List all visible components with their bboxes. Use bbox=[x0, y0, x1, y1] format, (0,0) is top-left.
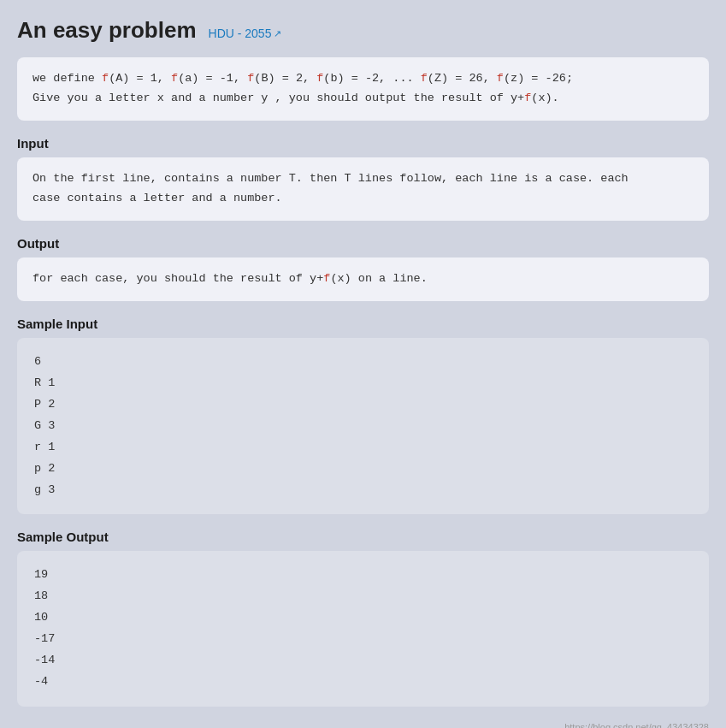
sample-input-line-2: P 2 bbox=[34, 394, 692, 416]
sample-input-line-4: r 1 bbox=[34, 437, 692, 459]
hdu-link-label: HDU - 2055 bbox=[209, 27, 272, 40]
sample-output-line-2: 10 bbox=[34, 607, 692, 629]
input-content: On the first line, contains a number T. … bbox=[17, 157, 709, 221]
sample-output-box: 19 18 10 -17 -14 -4 bbox=[17, 551, 709, 707]
input-text: On the first line, contains a number T. … bbox=[32, 169, 694, 209]
sample-input-line-1: R 1 bbox=[34, 373, 692, 394]
page-title: An easy problem bbox=[17, 17, 197, 44]
hdu-link[interactable]: HDU - 2055 ↗ bbox=[209, 27, 282, 40]
sample-output-line-4: -14 bbox=[34, 650, 692, 672]
page-container: An easy problem HDU - 2055 ↗ we define f… bbox=[17, 17, 709, 728]
output-label: Output bbox=[17, 236, 709, 251]
description-line2: Give you a letter x and a number y , you… bbox=[32, 89, 694, 109]
output-content: for each case, you should the result of … bbox=[17, 257, 709, 301]
output-text: for each case, you should the result of … bbox=[32, 269, 694, 289]
description-box: we define f(A) = 1, f(a) = -1, f(B) = 2,… bbox=[17, 57, 709, 121]
sample-input-line-5: p 2 bbox=[34, 459, 692, 480]
external-link-icon: ↗ bbox=[274, 28, 281, 39]
sample-output-line-0: 19 bbox=[34, 565, 692, 586]
sample-output-line-5: -4 bbox=[34, 672, 692, 693]
sample-input-line-0: 6 bbox=[34, 352, 692, 373]
sample-output-label: Sample Output bbox=[17, 530, 709, 544]
sample-input-line-6: g 3 bbox=[34, 480, 692, 501]
input-label: Input bbox=[17, 136, 709, 151]
sample-output-line-1: 18 bbox=[34, 586, 692, 607]
description-line1: we define f(A) = 1, f(a) = -1, f(B) = 2,… bbox=[32, 69, 694, 89]
sample-input-line-3: G 3 bbox=[34, 416, 692, 437]
title-row: An easy problem HDU - 2055 ↗ bbox=[17, 17, 709, 44]
sample-output-line-3: -17 bbox=[34, 629, 692, 650]
sample-input-label: Sample Input bbox=[17, 317, 709, 331]
sample-input-box: 6 R 1 P 2 G 3 r 1 p 2 g 3 bbox=[17, 338, 709, 515]
watermark: https://blog.csdn.net/qq_43434328 bbox=[17, 722, 709, 728]
